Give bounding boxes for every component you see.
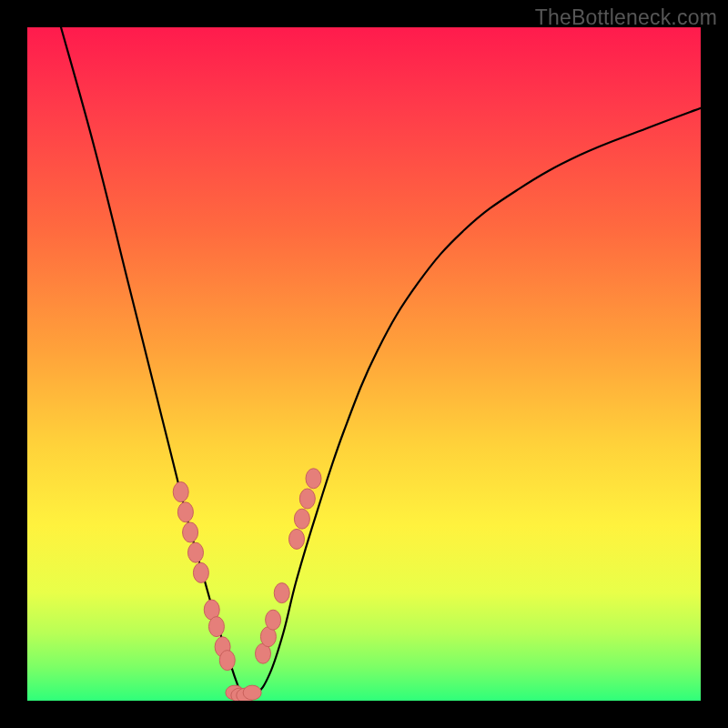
bottom-marker (237, 688, 255, 701)
left-marker (177, 502, 193, 522)
right-marker (274, 583, 289, 603)
bottleneck-curve (61, 27, 701, 696)
bottom-marker (243, 685, 261, 700)
right-marker (294, 509, 309, 529)
left-marker (219, 651, 235, 671)
right-marker (289, 529, 305, 549)
curve-path-group (61, 27, 701, 696)
left-marker (183, 522, 198, 542)
bottom-marker (226, 685, 244, 700)
right-marker (260, 627, 276, 647)
left-marker (215, 637, 230, 657)
plot-area (27, 27, 701, 701)
right-marker (299, 489, 315, 509)
left-marker (208, 617, 224, 637)
watermark-text: TheBottleneck.com (535, 5, 717, 30)
curve-svg (27, 27, 701, 701)
right-marker (266, 610, 281, 630)
left-marker (188, 542, 204, 562)
left-marker (193, 562, 208, 582)
left-marker (173, 482, 188, 502)
marker-group (173, 469, 321, 701)
chart-frame: TheBottleneck.com (0, 0, 728, 728)
right-marker (306, 469, 321, 489)
bottom-marker (231, 688, 249, 701)
right-marker (256, 643, 271, 663)
left-marker (204, 600, 219, 620)
